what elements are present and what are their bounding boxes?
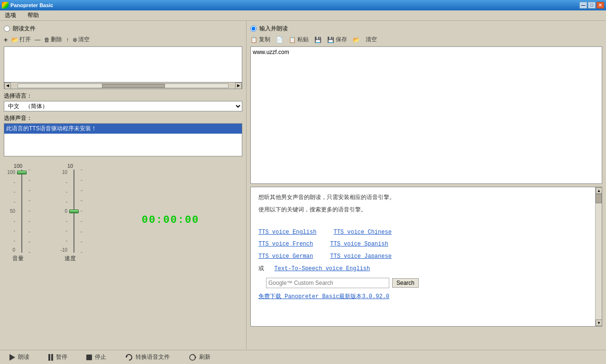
scroll-left-arrow[interactable]: ◀ (4, 82, 11, 89)
speed-slider-wrap: 10 - - - 0 - - - -10 (58, 170, 83, 253)
tts-english-link[interactable]: TTS voice English (258, 229, 316, 236)
maximize-button[interactable]: □ (588, 2, 596, 9)
stop-button[interactable]: 停止 (86, 353, 106, 361)
clear-right-button[interactable]: 清空 (366, 36, 377, 44)
svg-marker-2 (194, 356, 196, 358)
left-toolbar: + 📂 打开 — 🗑 删除 ↑ ⊗ 清空 (4, 36, 242, 44)
tts-german-link[interactable]: TTS voice German (258, 253, 313, 260)
pause-icon (48, 354, 53, 361)
titlebar-left: Panopreter Basic (2, 2, 53, 9)
close-button[interactable]: ✕ (597, 2, 604, 9)
vscroll-up-arrow[interactable]: ▲ (596, 187, 602, 194)
refresh-button[interactable]: 刷新 (189, 353, 211, 361)
text-input[interactable]: www.uzzf.com (250, 46, 602, 184)
tts-chinese-link[interactable]: TTS voice Chinese (333, 229, 391, 236)
open-label: 打开 (19, 36, 31, 44)
file-list-scrollbar[interactable]: ◀ ▶ (4, 82, 242, 89)
titlebar: Panopreter Basic — □ ✕ (0, 0, 606, 10)
add-button[interactable]: + (4, 36, 8, 44)
menu-options[interactable]: 选项 (3, 10, 18, 20)
play-button[interactable]: 朗读 (9, 353, 29, 361)
language-section: 选择语言： 中文 （简体） (4, 92, 242, 111)
minimize-button[interactable]: — (579, 2, 587, 9)
info-or-text: 或 (258, 265, 264, 272)
volume-scale: 100 - - - 50 - - - 0 (6, 170, 15, 253)
info-content: 想听其他男女声音的朗读，只需安装相应的语音引擎。 使用以下的关键词，搜索更多的语… (251, 187, 602, 310)
app-title: Panopreter Basic (10, 2, 53, 8)
delete-button[interactable]: 🗑 删除 (44, 36, 62, 44)
speed-slider-group: 10 10 - - - 0 - - - -10 (56, 163, 84, 267)
clear-left-button[interactable]: ⊗ 清空 (73, 36, 90, 44)
save-button[interactable]: 💾 保存 (327, 36, 347, 44)
info-line1: 想听其他男女声音的朗读，只需安装相应的语音引擎。 (258, 193, 594, 203)
volume-track[interactable] (17, 170, 27, 253)
paste-button[interactable]: 📋 粘贴 (289, 36, 309, 44)
voice-list[interactable]: 此语言的TTS语音驱动程序未安装！ (4, 123, 242, 156)
copy-button[interactable]: 📋 复制 (250, 36, 270, 44)
info-links-row2: TTS voice French TTS voice Spanish (258, 239, 594, 250)
clear-icon-btn[interactable]: 📂 (353, 36, 360, 43)
right-panel: 输入并朗读 📋 复制 📄 📋 粘贴 💾 💾 保存 📂 (247, 21, 606, 350)
tts-french-link[interactable]: TTS voice French (258, 241, 313, 247)
convert-button[interactable]: 转换语音文件 (125, 353, 170, 361)
save-img-icon: 💾 (314, 36, 321, 43)
convert-label: 转换语音文件 (136, 353, 170, 361)
refresh-label: 刷新 (199, 353, 211, 361)
sliders-area: 100 100 - - - 50 - - - 0 (4, 163, 242, 267)
google-search-input[interactable] (266, 278, 389, 288)
titlebar-controls: — □ ✕ (579, 2, 604, 9)
stop-label: 停止 (95, 353, 106, 361)
tts-japanese-link[interactable]: TTS voice Japanese (330, 253, 392, 260)
speed-thumb[interactable] (69, 209, 79, 213)
tts-spanish-link[interactable]: TTS voice Spanish (330, 241, 388, 247)
bottombar: 朗读 暂停 停止 转换语音文件 刷新 (0, 350, 606, 364)
open-button[interactable]: 📂 打开 (11, 36, 31, 44)
download-row: 免费下载 Panopreter Basic最新版本3.0.92.0 (258, 292, 594, 302)
vscroll-down-arrow[interactable]: ▼ (596, 319, 602, 326)
read-file-row: 朗读文件 (4, 25, 242, 33)
volume-thumb[interactable] (17, 171, 27, 174)
menu-help[interactable]: 帮助 (26, 10, 41, 20)
voice-label: 选择声音： (4, 114, 242, 122)
speed-value: 10 (67, 163, 73, 169)
search-row: Search (266, 278, 587, 288)
tts-speech-link[interactable]: Text-To-Speech voice English (275, 265, 370, 272)
plus-icon: + (4, 36, 8, 44)
app-icon (2, 2, 9, 9)
info-vscrollbar[interactable]: ▲ ▼ (595, 187, 602, 326)
voice-item-selected[interactable]: 此语言的TTS语音驱动程序未安装！ (4, 124, 242, 134)
info-links-row3: TTS voice German TTS voice Japanese (258, 252, 594, 262)
copy-icon: 📋 (250, 36, 257, 43)
hscroll-thumb[interactable] (102, 84, 165, 88)
voice-section: 选择声音： 此语言的TTS语音驱动程序未安装！ (4, 114, 242, 156)
file-list: ◀ ▶ (4, 46, 242, 89)
input-read-radio[interactable] (250, 26, 257, 32)
vscroll-track[interactable] (596, 194, 602, 319)
volume-slider-wrap: 100 - - - 50 - - - 0 (6, 170, 30, 253)
menubar: 选项 帮助 (0, 10, 606, 21)
upload-button[interactable]: ↑ (66, 36, 69, 43)
volume-ticks (28, 170, 30, 253)
scroll-right-arrow[interactable]: ▶ (235, 82, 242, 89)
paste-icon-btn[interactable]: 📄 (276, 36, 283, 43)
minus-button[interactable]: — (35, 36, 40, 43)
info-panel: 想听其他男女声音的朗读，只需安装相应的语音引擎。 使用以下的关键词，搜索更多的语… (250, 187, 602, 327)
speed-track[interactable] (69, 170, 79, 253)
clear-left-icon: ⊗ (73, 36, 77, 43)
read-file-radio[interactable] (4, 26, 10, 32)
input-read-label: 输入并朗读 (259, 25, 288, 33)
convert-icon (125, 354, 133, 361)
read-file-label: 朗读文件 (13, 25, 36, 33)
save-label: 保存 (336, 36, 347, 44)
save-icon-btn[interactable]: 💾 (314, 36, 321, 43)
volume-slider-group: 100 100 - - - 50 - - - 0 (4, 163, 32, 267)
pause-button[interactable]: 暂停 (48, 353, 67, 361)
download-link[interactable]: 免费下载 Panopreter Basic最新版本3.0.92.0 (258, 293, 389, 300)
language-select[interactable]: 中文 （简体） (4, 101, 242, 111)
paste-icon: 📋 (289, 36, 296, 43)
play-label: 朗读 (18, 353, 29, 361)
vscroll-thumb[interactable] (596, 194, 602, 203)
hscroll-track[interactable] (18, 83, 229, 88)
delete-icon: 🗑 (44, 36, 50, 43)
search-button[interactable]: Search (392, 278, 419, 288)
